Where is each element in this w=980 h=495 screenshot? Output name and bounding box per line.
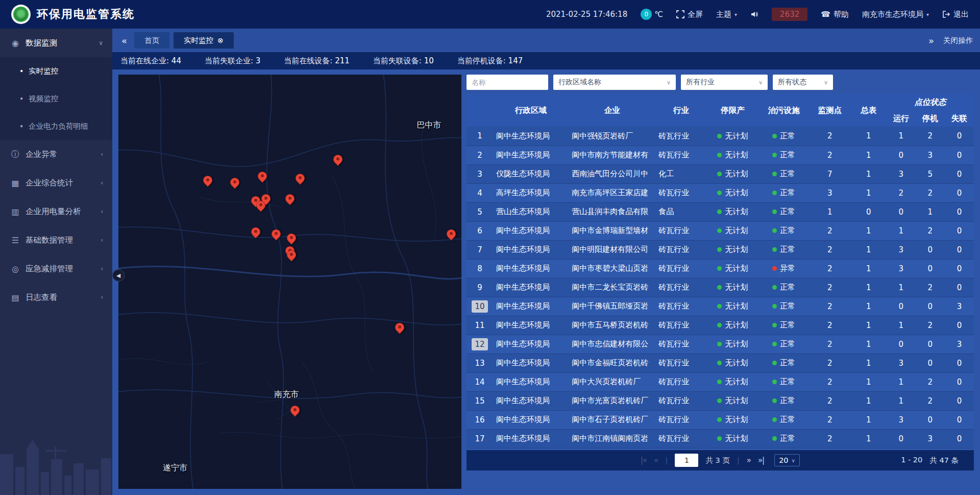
page-range-label: 1 - 20 共 47 条 — [901, 456, 959, 465]
table-row[interactable]: 10阆中生态环境局阆中千佛镇五郎垭页岩砖瓦行业无计划正常21003 — [467, 297, 974, 316]
table-row[interactable]: 6阆中生态环境局阆中市金博瑞新型墙材砖瓦行业无计划正常21120 — [467, 221, 974, 240]
column-header: 停限产 — [706, 94, 758, 127]
cell-facility-status: 正常 — [759, 335, 809, 353]
fullscreen-button[interactable]: 全屏 — [676, 10, 703, 19]
map-pin[interactable] — [290, 406, 300, 415]
sidebar-subitem[interactable]: •企业电力负荷明细 — [0, 112, 112, 140]
map-pin[interactable] — [261, 194, 271, 203]
tabs-forward-button[interactable]: » — [926, 35, 936, 46]
region-filter-select[interactable]: 行政区域名称 ∨ — [553, 75, 676, 90]
table-row[interactable]: 4高坪生态环境局南充市高坪区王家店建砖瓦行业无计划正常31220 — [467, 183, 974, 202]
chevron-left-icon: ‹ — [101, 265, 103, 272]
tab-close-icon[interactable]: ⊗ — [217, 36, 224, 44]
status-dot — [717, 247, 722, 252]
table-row[interactable]: 15阆中生态环境局阆中市光富页岩机砖厂砖瓦行业无计划正常21120 — [467, 391, 974, 410]
map-pin[interactable] — [258, 172, 267, 181]
status-dot — [717, 266, 722, 271]
theme-dropdown[interactable]: 主题 ▾ — [716, 10, 737, 19]
table-row[interactable]: 16阆中生态环境局阆中市石子页岩机砖厂砖瓦行业无计划正常21300 — [467, 410, 974, 429]
sidebar-item-power-analysis[interactable]: ▥企业用电量分析‹ — [0, 197, 112, 226]
caret-down-icon: ▾ — [926, 12, 929, 17]
map-pin[interactable] — [395, 323, 404, 332]
table-row[interactable]: 5营山生态环境局营山县润丰肉食品有限食品无计划正常10010 — [467, 202, 974, 221]
page-number-input[interactable] — [675, 454, 698, 467]
cell-limit-status: 无计划 — [706, 202, 758, 221]
org-dropdown[interactable]: 南充市生态环境局 ▾ — [862, 10, 929, 19]
cell-industry: 砖瓦行业 — [655, 297, 706, 316]
tab-实时监控[interactable]: 实时监控⊗ — [174, 32, 234, 49]
page-size-select[interactable]: 20 ∨ — [774, 454, 800, 466]
table-row[interactable]: 17阆中生态环境局阆中市江南镇阆南页岩砖瓦行业无计划正常21030 — [467, 429, 974, 448]
sidebar-item-emergency-reduction[interactable]: ◎应急减排管理‹ — [0, 254, 112, 283]
map-pin[interactable] — [272, 229, 281, 239]
map-pin[interactable] — [251, 227, 260, 237]
status-filter-select[interactable]: 所有状态 ∨ — [773, 75, 833, 90]
sidebar-item-base-data[interactable]: ☰基础数据管理‹ — [0, 226, 112, 254]
alarm-count-badge[interactable]: 2632 — [772, 8, 807, 21]
cell-region: 阆中生态环境局 — [493, 240, 569, 259]
table-row[interactable]: 8阆中生态环境局阆中市枣碧大梁山页岩砖瓦行业无计划异常21300 — [467, 259, 974, 278]
cell-facility-status: 正常 — [759, 297, 809, 316]
help-button[interactable]: ☎ 帮助 — [821, 10, 849, 19]
cell-company: 阆中市光富页岩机砖厂 — [569, 391, 655, 410]
table-row[interactable]: 1阆中生态环境局阆中强锐页岩砖厂砖瓦行业无计划正常21120 — [467, 127, 974, 146]
map-pin[interactable] — [333, 155, 342, 164]
cell-meter: 1 — [851, 429, 887, 448]
cell-meter: 1 — [851, 335, 887, 353]
map-pin[interactable] — [230, 178, 239, 187]
cell-points: 2 — [809, 278, 851, 297]
sidebar-item-company-abnormal[interactable]: ⓘ企业异常‹ — [0, 140, 112, 169]
logout-button[interactable]: 退出 — [942, 10, 969, 19]
first-page-button[interactable]: |« — [641, 456, 647, 465]
cell-run: 0 — [887, 335, 916, 353]
last-page-button[interactable]: »| — [758, 456, 764, 465]
stat-item: 当前失联设备: 10 — [373, 56, 434, 66]
sidebar-item-data-monitor[interactable]: ◉数据监测∨ — [0, 29, 112, 57]
cell-limit-status: 无计划 — [706, 221, 758, 240]
map-pin[interactable] — [203, 176, 212, 185]
table-row[interactable]: 7阆中生态环境局阆中明阳建材有限公司砖瓦行业无计划正常21300 — [467, 240, 974, 259]
cell-meter: 1 — [851, 164, 887, 183]
tab-首页[interactable]: 首页 — [134, 32, 169, 49]
map-pin[interactable] — [447, 229, 456, 239]
industry-filter-select[interactable]: 所有行业 ∨ — [681, 75, 768, 90]
table-row[interactable]: 13阆中生态环境局阆中市金福旺页岩机砖砖瓦行业无计划正常21300 — [467, 353, 974, 372]
name-filter-input[interactable] — [467, 75, 548, 90]
map-pin[interactable] — [296, 174, 305, 183]
map-pin[interactable] — [285, 194, 295, 203]
cell-stop: 2 — [916, 372, 945, 391]
next-page-button[interactable]: » — [747, 456, 751, 465]
close-operations-button[interactable]: 关闭操作 — [943, 36, 973, 45]
cell-run: 0 — [887, 297, 916, 316]
sidebar-subitem-label: 企业电力负荷明细 — [29, 122, 88, 131]
cell-company: 阆中市江南镇阆南页岩 — [569, 429, 655, 448]
table-row[interactable]: 2阆中生态环境局阆中市南方节能建材有砖瓦行业无计划正常21030 — [467, 146, 974, 164]
cell-stop: 2 — [916, 278, 945, 297]
sidebar-item-log-view[interactable]: ▤日志查看‹ — [0, 283, 112, 312]
speaker-button[interactable] — [750, 10, 758, 18]
sidebar-subitem[interactable]: •实时监控 — [0, 57, 112, 85]
stat-item: 当前在线企业: 44 — [120, 56, 181, 66]
cell-meter: 1 — [851, 372, 887, 391]
cell-stop: 2 — [916, 391, 945, 410]
table-row[interactable]: 11阆中生态环境局阆中市五马桥页岩机砖砖瓦行业无计划正常21120 — [467, 316, 974, 335]
map-pin[interactable] — [287, 250, 296, 260]
sidebar-subitem[interactable]: •视频监控 — [0, 85, 112, 112]
table-row[interactable]: 3仪陇生态环境局西南油气田分公司川中化工无计划正常71350 — [467, 164, 974, 183]
cell-facility-status: 正常 — [759, 316, 809, 335]
sidebar-item-company-statistics[interactable]: ▦企业综合统计‹ — [0, 169, 112, 197]
map-pin[interactable] — [287, 233, 296, 243]
row-index: 6 — [472, 225, 488, 237]
city-label: 南充市 — [274, 389, 299, 400]
cell-company: 营山县润丰肉食品有限 — [569, 202, 655, 221]
cell-points: 2 — [809, 259, 851, 278]
prev-page-button[interactable]: « — [654, 456, 658, 465]
column-header: 总表 — [851, 94, 887, 127]
map-collapse-button[interactable]: ◀ — [112, 269, 125, 281]
table-row[interactable]: 9阆中生态环境局阆中市二龙长宝页岩砖砖瓦行业无计划正常21120 — [467, 278, 974, 297]
row-index: 12 — [472, 338, 488, 350]
table-row[interactable]: 14阆中生态环境局阆中大兴页岩机砖厂砖瓦行业无计划正常21120 — [467, 372, 974, 391]
table-row[interactable]: 12阆中生态环境局阆中市忠信建材有限公砖瓦行业无计划正常21003 — [467, 335, 974, 353]
tabs-back-button[interactable]: « — [119, 35, 129, 46]
map-canvas[interactable]: 巴中市南充市遂宁市 — [118, 75, 461, 489]
